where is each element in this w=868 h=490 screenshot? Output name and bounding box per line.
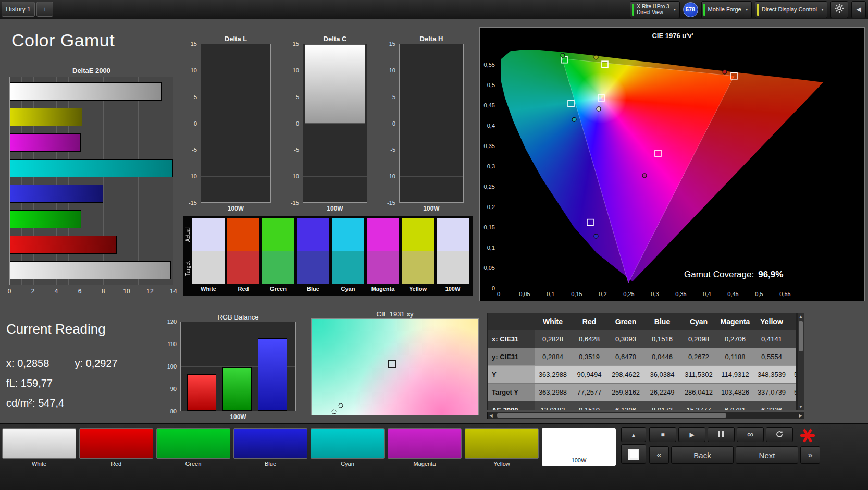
y-value: 0,2927 <box>86 358 118 369</box>
axis-tick-label: 0,35 <box>484 143 495 149</box>
delta-bar <box>305 44 365 124</box>
target-row-label: Target <box>183 252 192 285</box>
axis-tick-label: 0,4 <box>487 123 495 129</box>
scroll-left-arrow-icon[interactable]: ◀ <box>488 412 494 419</box>
double-chevron-right-icon: » <box>808 450 813 460</box>
pattern-swatch-green[interactable]: Green <box>156 428 230 467</box>
patch-label: 100W <box>437 286 469 292</box>
axis-tick-label: 0,25 <box>623 291 634 297</box>
swatch-tile <box>2 428 76 459</box>
column-header: Green <box>607 313 644 330</box>
refresh-button[interactable] <box>766 427 793 442</box>
tab-history-1[interactable]: History 1 <box>2 2 35 17</box>
pattern-swatch-magenta[interactable]: Magenta <box>388 428 462 467</box>
play-icon: ▶ <box>689 431 694 438</box>
axis-tick-label: 14 <box>170 288 177 295</box>
target-marker <box>598 95 604 101</box>
scroll-right-arrow-icon[interactable]: ▶ <box>797 412 804 419</box>
gear-icon <box>835 4 844 15</box>
pattern-swatch-100w[interactable]: 100W <box>542 428 616 467</box>
patch-column-cyan: Cyan <box>332 218 364 292</box>
back-button[interactable]: Back <box>671 446 734 464</box>
delta-l-y-axis: 151050-5-10-15 <box>181 44 200 203</box>
continuous-measure-button[interactable]: ∞ <box>737 427 764 442</box>
pattern-scroll-up-button[interactable]: ▲ <box>621 427 646 442</box>
pattern-window-button[interactable] <box>621 444 646 464</box>
display-control-selector[interactable]: Direct Display Control ▼ <box>755 1 827 18</box>
next-button[interactable]: Next <box>736 446 798 464</box>
table-cell: 8,0173 <box>644 401 680 410</box>
pattern-swatch-blue[interactable]: Blue <box>233 428 307 467</box>
axis-tick-label: 0,55 <box>779 291 790 297</box>
patch-label: Magenta <box>367 286 399 292</box>
pattern-swatch-yellow[interactable]: Yellow <box>465 428 539 467</box>
table-cell: 0,2858 <box>790 330 797 348</box>
axis-tick-label: 5 <box>296 94 299 100</box>
gamut-triangle-outline <box>562 58 734 283</box>
actual-swatch <box>402 218 434 251</box>
collapse-panel-button[interactable]: ◀ <box>851 1 866 18</box>
source-selector[interactable]: Mobile Forge ▼ <box>701 1 752 18</box>
table-cell: 6,2236 <box>753 401 790 410</box>
table-cell: 547,4014 <box>790 366 797 383</box>
axis-tick-label: 0 <box>194 120 197 127</box>
swatch-label: Magenta <box>388 461 462 467</box>
table-cell: 0,2706 <box>717 330 753 348</box>
axis-tick-label: 15 <box>389 41 395 47</box>
swatch-label: 100W <box>542 457 616 463</box>
gridline <box>400 150 463 150</box>
table-vertical-scrollbar[interactable]: ▲ ▼ <box>797 313 804 410</box>
axis-tick-label: 0,45 <box>727 291 738 297</box>
delta-c-x-label: 100W <box>303 205 367 212</box>
actual-swatch <box>262 218 294 251</box>
axis-tick-label: 100 <box>167 363 177 370</box>
vscroll-thumb[interactable] <box>799 321 803 351</box>
axis-tick-label: 90 <box>170 386 177 392</box>
last-pattern-button[interactable]: » <box>800 446 820 464</box>
pattern-swatch-red[interactable]: Red <box>79 428 153 467</box>
measurement-table: WhiteRedGreenBlueCyanMagentaYellow100Wx:… <box>487 313 797 410</box>
axis-tick-label: 0,05 <box>484 265 495 271</box>
add-tab-button[interactable]: + <box>36 2 53 17</box>
table-cell: 286,0412 <box>680 384 717 401</box>
measured-point-magenta <box>642 174 647 178</box>
table-cell: 348,3539 <box>753 366 790 383</box>
pause-button[interactable] <box>708 427 735 442</box>
delta-c-chart-title: Delta C <box>303 35 367 43</box>
settings-button[interactable] <box>830 1 848 18</box>
axis-tick-label: 10 <box>389 67 395 74</box>
red-asterisk-icon <box>800 428 815 443</box>
measured-point-green <box>561 53 565 57</box>
pattern-swatches: WhiteRedGreenBlueCyanMagentaYellow100W <box>2 428 619 467</box>
scroll-down-arrow-icon[interactable]: ▼ <box>798 403 804 410</box>
measured-point <box>332 409 337 414</box>
axis-tick-label: 10 <box>191 67 197 74</box>
pattern-swatch-cyan[interactable]: Cyan <box>311 428 385 467</box>
x-value: 0,2858 <box>17 358 49 369</box>
target-marker <box>655 150 661 156</box>
scroll-up-arrow-icon[interactable]: ▲ <box>798 313 804 320</box>
stop-button[interactable]: ■ <box>649 427 676 442</box>
play-button[interactable]: ▶ <box>678 427 705 442</box>
patch-column-white: White <box>192 218 225 292</box>
autocal-button[interactable] <box>796 425 819 445</box>
patch-compare-strip: Actual Target WhiteRedGreenBlueCyanMagen… <box>183 216 473 296</box>
patch-column-red: Red <box>227 218 259 292</box>
deltae-bar-green <box>10 210 81 228</box>
axis-tick-label: 15 <box>191 41 197 47</box>
cdm2-label: cd/m²: <box>6 397 35 409</box>
reading-count-badge[interactable]: 578 <box>683 2 698 17</box>
table-horizontal-scrollbar[interactable]: ◀ ▶ <box>487 412 804 419</box>
axis-tick-label: -10 <box>291 173 299 179</box>
first-pattern-button[interactable]: « <box>649 446 669 464</box>
source-status-indicator <box>703 4 705 16</box>
pattern-swatch-white[interactable]: White <box>2 428 76 467</box>
hscroll-thumb[interactable] <box>497 413 726 418</box>
row-label: Y <box>488 366 535 383</box>
deltae-bar-white <box>10 82 162 101</box>
axis-tick-label: -10 <box>189 173 197 179</box>
rgb-balance-x-label: 100W <box>180 413 296 421</box>
meter-selector[interactable]: X-Rite i1Pro 3 Direct View ▼ <box>630 1 679 18</box>
rgb-balance-chart-title: RGB Balance <box>180 313 296 321</box>
target-marker <box>602 61 608 67</box>
